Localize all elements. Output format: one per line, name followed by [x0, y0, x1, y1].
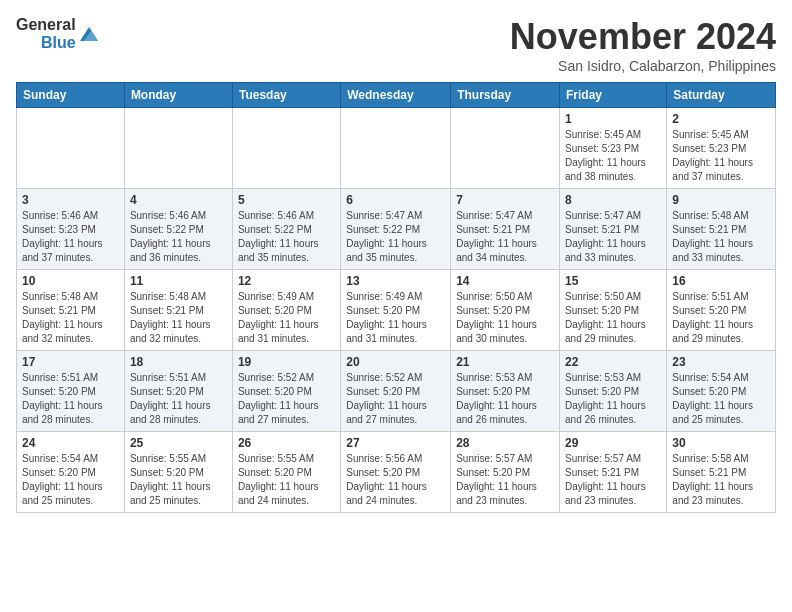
calendar-cell: 15Sunrise: 5:50 AM Sunset: 5:20 PM Dayli… [560, 270, 667, 351]
day-number: 11 [130, 274, 227, 288]
calendar-cell: 22Sunrise: 5:53 AM Sunset: 5:20 PM Dayli… [560, 351, 667, 432]
calendar-cell: 11Sunrise: 5:48 AM Sunset: 5:21 PM Dayli… [124, 270, 232, 351]
day-info: Sunrise: 5:47 AM Sunset: 5:22 PM Dayligh… [346, 209, 445, 265]
calendar-cell [124, 108, 232, 189]
day-info: Sunrise: 5:46 AM Sunset: 5:23 PM Dayligh… [22, 209, 119, 265]
day-number: 19 [238, 355, 335, 369]
calendar-week-row: 17Sunrise: 5:51 AM Sunset: 5:20 PM Dayli… [17, 351, 776, 432]
calendar-cell: 28Sunrise: 5:57 AM Sunset: 5:20 PM Dayli… [451, 432, 560, 513]
calendar-cell [451, 108, 560, 189]
calendar-cell [341, 108, 451, 189]
day-info: Sunrise: 5:49 AM Sunset: 5:20 PM Dayligh… [238, 290, 335, 346]
day-number: 26 [238, 436, 335, 450]
calendar-cell: 27Sunrise: 5:56 AM Sunset: 5:20 PM Dayli… [341, 432, 451, 513]
calendar-cell: 8Sunrise: 5:47 AM Sunset: 5:21 PM Daylig… [560, 189, 667, 270]
day-info: Sunrise: 5:47 AM Sunset: 5:21 PM Dayligh… [456, 209, 554, 265]
logo-blue: Blue [41, 34, 76, 52]
calendar-week-row: 24Sunrise: 5:54 AM Sunset: 5:20 PM Dayli… [17, 432, 776, 513]
day-number: 6 [346, 193, 445, 207]
calendar-week-row: 3Sunrise: 5:46 AM Sunset: 5:23 PM Daylig… [17, 189, 776, 270]
header-wednesday: Wednesday [341, 83, 451, 108]
calendar-cell: 26Sunrise: 5:55 AM Sunset: 5:20 PM Dayli… [232, 432, 340, 513]
day-info: Sunrise: 5:55 AM Sunset: 5:20 PM Dayligh… [238, 452, 335, 508]
calendar-week-row: 10Sunrise: 5:48 AM Sunset: 5:21 PM Dayli… [17, 270, 776, 351]
day-number: 10 [22, 274, 119, 288]
day-number: 16 [672, 274, 770, 288]
day-info: Sunrise: 5:45 AM Sunset: 5:23 PM Dayligh… [672, 128, 770, 184]
day-info: Sunrise: 5:55 AM Sunset: 5:20 PM Dayligh… [130, 452, 227, 508]
title-area: November 2024 San Isidro, Calabarzon, Ph… [510, 16, 776, 74]
day-info: Sunrise: 5:52 AM Sunset: 5:20 PM Dayligh… [238, 371, 335, 427]
calendar-header-row: SundayMondayTuesdayWednesdayThursdayFrid… [17, 83, 776, 108]
day-number: 5 [238, 193, 335, 207]
calendar-cell: 17Sunrise: 5:51 AM Sunset: 5:20 PM Dayli… [17, 351, 125, 432]
location: San Isidro, Calabarzon, Philippines [510, 58, 776, 74]
day-number: 8 [565, 193, 661, 207]
calendar-cell: 6Sunrise: 5:47 AM Sunset: 5:22 PM Daylig… [341, 189, 451, 270]
day-info: Sunrise: 5:56 AM Sunset: 5:20 PM Dayligh… [346, 452, 445, 508]
day-number: 7 [456, 193, 554, 207]
day-number: 22 [565, 355, 661, 369]
calendar-cell: 30Sunrise: 5:58 AM Sunset: 5:21 PM Dayli… [667, 432, 776, 513]
calendar-cell: 2Sunrise: 5:45 AM Sunset: 5:23 PM Daylig… [667, 108, 776, 189]
day-info: Sunrise: 5:57 AM Sunset: 5:21 PM Dayligh… [565, 452, 661, 508]
calendar-week-row: 1Sunrise: 5:45 AM Sunset: 5:23 PM Daylig… [17, 108, 776, 189]
logo-general: General [16, 16, 76, 34]
day-info: Sunrise: 5:45 AM Sunset: 5:23 PM Dayligh… [565, 128, 661, 184]
day-number: 17 [22, 355, 119, 369]
calendar-cell: 23Sunrise: 5:54 AM Sunset: 5:20 PM Dayli… [667, 351, 776, 432]
day-info: Sunrise: 5:51 AM Sunset: 5:20 PM Dayligh… [130, 371, 227, 427]
calendar-cell: 25Sunrise: 5:55 AM Sunset: 5:20 PM Dayli… [124, 432, 232, 513]
day-number: 28 [456, 436, 554, 450]
logo: General Blue [16, 16, 98, 51]
calendar-cell: 18Sunrise: 5:51 AM Sunset: 5:20 PM Dayli… [124, 351, 232, 432]
day-number: 12 [238, 274, 335, 288]
header-friday: Friday [560, 83, 667, 108]
calendar-cell [17, 108, 125, 189]
day-info: Sunrise: 5:52 AM Sunset: 5:20 PM Dayligh… [346, 371, 445, 427]
day-number: 14 [456, 274, 554, 288]
calendar-cell: 5Sunrise: 5:46 AM Sunset: 5:22 PM Daylig… [232, 189, 340, 270]
header-monday: Monday [124, 83, 232, 108]
calendar-cell: 13Sunrise: 5:49 AM Sunset: 5:20 PM Dayli… [341, 270, 451, 351]
day-info: Sunrise: 5:51 AM Sunset: 5:20 PM Dayligh… [22, 371, 119, 427]
day-number: 18 [130, 355, 227, 369]
header-tuesday: Tuesday [232, 83, 340, 108]
day-info: Sunrise: 5:48 AM Sunset: 5:21 PM Dayligh… [672, 209, 770, 265]
calendar-cell: 10Sunrise: 5:48 AM Sunset: 5:21 PM Dayli… [17, 270, 125, 351]
day-number: 3 [22, 193, 119, 207]
calendar-cell: 14Sunrise: 5:50 AM Sunset: 5:20 PM Dayli… [451, 270, 560, 351]
day-number: 25 [130, 436, 227, 450]
page-header: General Blue November 2024 San Isidro, C… [16, 16, 776, 74]
day-info: Sunrise: 5:54 AM Sunset: 5:20 PM Dayligh… [672, 371, 770, 427]
logo-icon [80, 27, 98, 41]
calendar-cell [232, 108, 340, 189]
day-info: Sunrise: 5:47 AM Sunset: 5:21 PM Dayligh… [565, 209, 661, 265]
calendar-cell: 4Sunrise: 5:46 AM Sunset: 5:22 PM Daylig… [124, 189, 232, 270]
calendar-cell: 7Sunrise: 5:47 AM Sunset: 5:21 PM Daylig… [451, 189, 560, 270]
day-info: Sunrise: 5:48 AM Sunset: 5:21 PM Dayligh… [130, 290, 227, 346]
day-number: 23 [672, 355, 770, 369]
calendar-cell: 12Sunrise: 5:49 AM Sunset: 5:20 PM Dayli… [232, 270, 340, 351]
day-number: 29 [565, 436, 661, 450]
day-info: Sunrise: 5:51 AM Sunset: 5:20 PM Dayligh… [672, 290, 770, 346]
day-info: Sunrise: 5:46 AM Sunset: 5:22 PM Dayligh… [130, 209, 227, 265]
day-info: Sunrise: 5:53 AM Sunset: 5:20 PM Dayligh… [565, 371, 661, 427]
day-number: 24 [22, 436, 119, 450]
day-number: 15 [565, 274, 661, 288]
calendar-cell: 29Sunrise: 5:57 AM Sunset: 5:21 PM Dayli… [560, 432, 667, 513]
day-info: Sunrise: 5:46 AM Sunset: 5:22 PM Dayligh… [238, 209, 335, 265]
day-number: 1 [565, 112, 661, 126]
day-number: 21 [456, 355, 554, 369]
day-info: Sunrise: 5:54 AM Sunset: 5:20 PM Dayligh… [22, 452, 119, 508]
calendar-cell: 20Sunrise: 5:52 AM Sunset: 5:20 PM Dayli… [341, 351, 451, 432]
header-sunday: Sunday [17, 83, 125, 108]
day-info: Sunrise: 5:53 AM Sunset: 5:20 PM Dayligh… [456, 371, 554, 427]
day-number: 30 [672, 436, 770, 450]
calendar-cell: 3Sunrise: 5:46 AM Sunset: 5:23 PM Daylig… [17, 189, 125, 270]
calendar-cell: 1Sunrise: 5:45 AM Sunset: 5:23 PM Daylig… [560, 108, 667, 189]
day-number: 9 [672, 193, 770, 207]
day-number: 13 [346, 274, 445, 288]
header-thursday: Thursday [451, 83, 560, 108]
calendar-cell: 21Sunrise: 5:53 AM Sunset: 5:20 PM Dayli… [451, 351, 560, 432]
